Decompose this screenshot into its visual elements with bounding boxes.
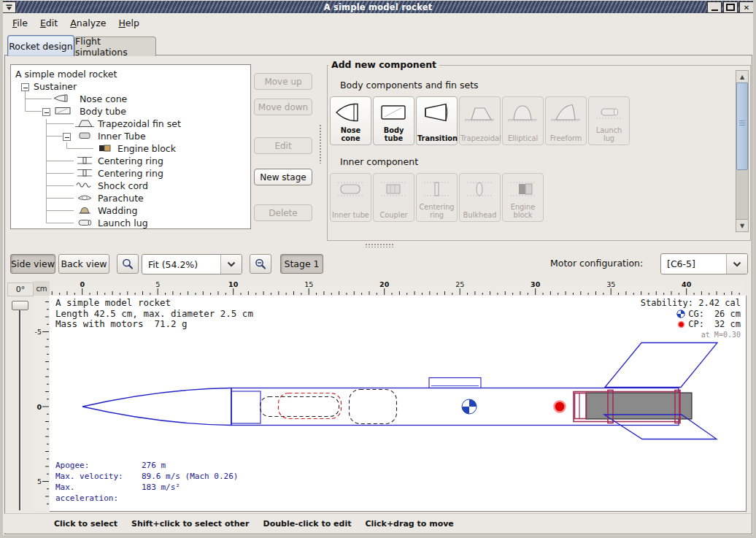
cp-row: CP:32 cm [641, 319, 741, 330]
add-trapezoidal-button[interactable]: Trapezoidal [459, 96, 501, 145]
application-window: A simple model rocket ✕ FileEditAnalyzeH… [0, 0, 756, 538]
window-menu-icon[interactable] [2, 1, 16, 13]
centeringring-icon [420, 177, 453, 201]
chevron-down-icon [726, 254, 747, 274]
inner-components-row: Inner tubeCouplerCentering ringBulkheadE… [330, 173, 549, 221]
add-inner-tube-button[interactable]: Inner tube [330, 173, 371, 222]
tree-item-parachute[interactable]: Parachute [11, 192, 250, 204]
vertical-ruler: -505 [34, 296, 50, 511]
move-up-button[interactable]: Move up [254, 73, 312, 90]
menu-analyze[interactable]: Analyze [70, 18, 106, 28]
vertical-splitter-handle[interactable] [319, 124, 323, 164]
innertube-icon [74, 131, 95, 141]
maximize-button[interactable] [723, 1, 738, 13]
add-launch-lug-button[interactable]: Launch lug [588, 96, 630, 145]
add-bulkhead-button[interactable]: Bulkhead [459, 173, 501, 222]
component-button-label: Launch lug [590, 127, 628, 142]
horizontal-splitter-handle[interactable] [365, 243, 394, 247]
finset-icon [74, 118, 95, 128]
back-view-button[interactable]: Back view [58, 254, 109, 274]
zoom-in-button[interactable] [117, 254, 139, 274]
scroll-down-button[interactable]: ▼ [736, 219, 749, 232]
svg-text:5: 5 [37, 477, 42, 485]
add-freeform-button[interactable]: Freeform [545, 96, 587, 145]
tree-item-label: Centering ring [98, 167, 163, 180]
component-button-label: Inner tube [331, 212, 370, 220]
bodytube-icon [53, 106, 73, 116]
menu-help[interactable]: Help [118, 18, 139, 28]
cp-value: 32 cm [707, 319, 741, 330]
tree-item-launch-lug[interactable]: Launch lug [11, 217, 250, 229]
rotation-slider-handle[interactable] [12, 301, 28, 310]
tree-item-wadding[interactable]: Wadding [11, 204, 250, 217]
scrollbar-thumb[interactable] [736, 82, 748, 170]
tree-expand-handle[interactable] [63, 133, 71, 141]
motor-configuration-combobox[interactable]: [C6-5] [660, 253, 748, 274]
add-coupler-button[interactable]: Coupler [373, 173, 414, 222]
zoom-level-combobox[interactable]: Fit (54.2%) [142, 254, 242, 274]
cg-value: 26 cm [707, 309, 741, 320]
status-hint: Double-click to edit [263, 519, 352, 529]
component-button-label: Centering ring [417, 204, 456, 219]
tree-expand-handle[interactable] [42, 108, 50, 116]
rotation-slider-track [19, 301, 21, 510]
elliptical-icon [506, 100, 539, 125]
svg-text:15: 15 [304, 281, 313, 288]
tree-item-label: Body tube [80, 105, 126, 118]
flight-info-text: Apogee:276 mMax. velocity:89.6 m/s (Mach… [55, 460, 238, 504]
tree-item-shock-cord[interactable]: Shock cord [11, 180, 250, 192]
cp-icon [677, 320, 685, 328]
rocket-side-view-canvas[interactable]: A simple model rocket Length 42.5 cm, ma… [50, 296, 747, 512]
cg-row: CG:26 cm [641, 309, 741, 320]
magnifier-icon [254, 258, 267, 271]
tab-rocket-design[interactable]: Rocket design [7, 35, 74, 56]
tree-item-label: Sustainer [34, 80, 77, 93]
inner-component-label: Inner component [340, 156, 418, 167]
stage-1-toggle[interactable]: Stage 1 [280, 254, 323, 274]
zoom-out-button[interactable] [250, 254, 271, 274]
move-down-button[interactable]: Move down [254, 99, 312, 115]
close-icon: ✕ [744, 4, 749, 12]
zoom-level-value: Fit (54.2%) [142, 259, 220, 270]
tree-item-inner-tube[interactable]: Inner Tube [11, 130, 250, 142]
new-stage-button[interactable]: New stage [254, 169, 312, 185]
arrow-down-icon: ▼ [740, 223, 744, 229]
stability-value: Stability: 2.42 cal [641, 298, 741, 309]
add-body-tube-button[interactable]: Body tube [373, 96, 414, 145]
tree-item-trapezoidal-fin-set[interactable]: Trapezoidal fin set [11, 118, 250, 130]
add-elliptical-button[interactable]: Elliptical [502, 96, 544, 145]
component-button-label: Bulkhead [460, 212, 499, 220]
add-centering-ring-button[interactable]: Centering ring [416, 173, 458, 222]
tab-flight-simulations[interactable]: Flight simulations [74, 36, 156, 56]
scroll-up-button[interactable]: ▲ [736, 70, 749, 83]
freeform-icon [549, 100, 582, 125]
close-button[interactable]: ✕ [739, 1, 754, 13]
engineblock-icon [506, 177, 539, 201]
tree-item-nose-cone[interactable]: Nose cone [11, 93, 250, 105]
menu-file[interactable]: File [12, 18, 28, 28]
svg-text:40: 40 [682, 281, 692, 288]
add-nose-cone-button[interactable]: Nose cone [330, 96, 371, 145]
shockcord-icon [74, 180, 95, 191]
cg-label: CG: [688, 309, 704, 320]
side-view-button[interactable]: Side view [10, 254, 55, 274]
tree-item-body-tube[interactable]: Body tube [11, 105, 250, 118]
add-engine-block-button[interactable]: Engine block [502, 173, 544, 222]
tree-item-a-simple-model-rocket[interactable]: A simple model rocket [11, 68, 250, 80]
svg-text:-5: -5 [35, 328, 42, 336]
edit-button[interactable]: Edit [254, 137, 312, 154]
status-hint: Click+drag to move [365, 519, 453, 529]
tree-item-engine-block[interactable]: Engine block [11, 142, 250, 155]
component-tree[interactable]: A simple model rocketSustainerNose coneB… [10, 64, 251, 229]
tree-item-centering-ring[interactable]: Centering ring [11, 167, 250, 180]
cg-icon [676, 310, 685, 318]
cp-marker [555, 401, 566, 412]
svg-text:35: 35 [606, 281, 615, 288]
menu-edit[interactable]: Edit [40, 18, 58, 28]
tree-expand-handle[interactable] [21, 83, 29, 91]
tree-item-sustainer[interactable]: Sustainer [11, 80, 250, 93]
tree-item-centering-ring[interactable]: Centering ring [11, 155, 250, 167]
minimize-button[interactable] [707, 1, 722, 13]
delete-button[interactable]: Delete [254, 204, 312, 221]
add-transition-button[interactable]: Transition [416, 96, 458, 145]
